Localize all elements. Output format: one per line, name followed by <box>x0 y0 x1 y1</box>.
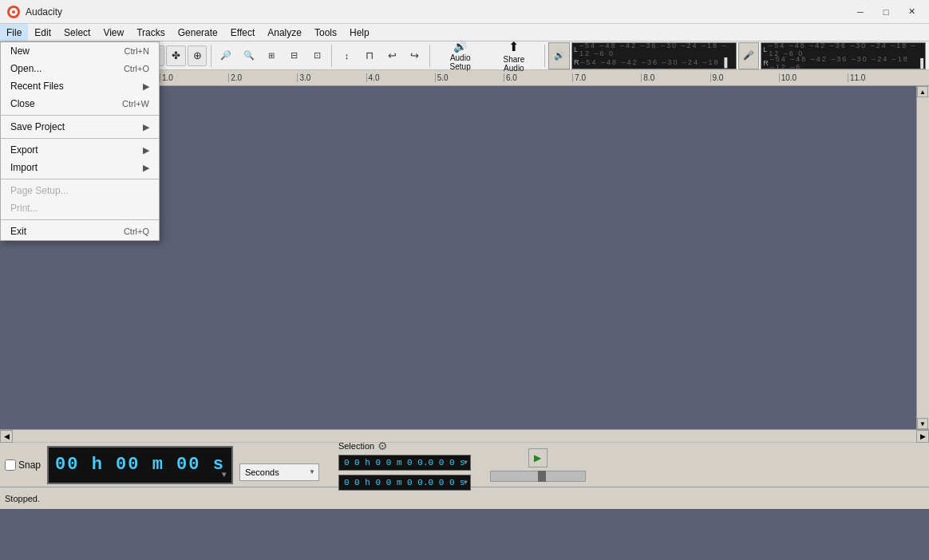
separator-3 <box>331 45 332 67</box>
menu-tools[interactable]: Tools <box>308 24 343 41</box>
zoom-out-button[interactable]: 🔍 <box>239 45 259 67</box>
snap-area: Snap <box>5 459 41 471</box>
separator-c <box>1 179 159 179</box>
time-value: 00 h 00 m 00 s <box>55 455 225 475</box>
window-controls: ─ □ ✕ <box>849 4 923 20</box>
menu-edit[interactable]: Edit <box>28 24 57 41</box>
separator-a <box>1 115 159 116</box>
title-text: Audacity <box>26 6 849 18</box>
time-display: 00 h 00 m 00 s <box>47 446 233 484</box>
file-menu: New Ctrl+N Open... Ctrl+O Recent Files ▶… <box>0 41 160 241</box>
play-at-speed-button[interactable]: ▶ <box>528 448 548 467</box>
audio-setup-button[interactable]: 🔊 Audio Setup <box>434 43 486 69</box>
minimize-button[interactable]: ─ <box>849 4 872 20</box>
zoom-full-button[interactable]: ⊡ <box>306 45 327 67</box>
menu-file[interactable]: File <box>0 24 28 41</box>
redo-button[interactable]: ↪ <box>405 45 425 67</box>
menu-recent-files[interactable]: Recent Files ▶ <box>1 77 159 95</box>
play-at-speed-section: ▶ <box>490 448 586 482</box>
snap-label: Snap <box>18 459 41 471</box>
menu-bar: File Edit Select View Tracks Generate Ef… <box>0 24 929 41</box>
zoom-in-button[interactable]: 🔎 <box>215 45 236 67</box>
selection-end-time: 0 0 h 0 0 m 0 0.0 0 0 s <box>338 475 471 491</box>
scroll-left-arrow[interactable]: ◀ <box>0 430 13 443</box>
menu-effect[interactable]: Effect <box>224 24 261 41</box>
vertical-scrollbar[interactable]: ▲ ▼ <box>916 86 929 429</box>
silence-button[interactable]: ⊓ <box>359 45 380 67</box>
menu-print: Print... <box>1 199 159 217</box>
title-bar: Audacity ─ □ ✕ <box>0 0 929 24</box>
zoom-selection-button[interactable]: ⊞ <box>261 45 282 67</box>
playback-meter: L –54 –48 –42 –36 –30 –24 –18 –12 –6 0 R… <box>571 42 737 69</box>
share-audio-label: Share Audio <box>493 55 534 73</box>
selection-settings-icon[interactable]: ⚙ <box>378 440 388 452</box>
zoom-fit-button[interactable]: ⊟ <box>284 45 305 67</box>
svg-point-2 <box>12 10 15 14</box>
share-audio-button[interactable]: ⬆ Share Audio <box>488 43 540 69</box>
menu-save-project[interactable]: Save Project ▶ <box>1 118 159 136</box>
bottom-toolbar: Snap 00 h 00 m 00 s Seconds Selection ⚙ … <box>0 442 929 487</box>
menu-analyze[interactable]: Analyze <box>261 24 308 41</box>
selection-start-time: 0 0 h 0 0 m 0 0.0 0 0 s <box>338 455 471 471</box>
share-icon: ⬆ <box>508 39 519 54</box>
menu-exit[interactable]: Exit Ctrl+Q <box>1 223 159 240</box>
dropdown-label: Seconds <box>245 467 279 477</box>
audio-setup-label: Audio Setup <box>440 53 480 71</box>
record-meter-button[interactable]: 🎤 <box>738 42 759 69</box>
separator-d <box>1 219 159 220</box>
selection-label: Selection <box>338 441 374 451</box>
record-meter: L –54 –48 –42 –36 –30 –24 –18 –12 –6 0 R… <box>761 42 926 69</box>
separator-5 <box>544 45 545 67</box>
separator-2 <box>211 45 211 67</box>
menu-select[interactable]: Select <box>57 24 97 41</box>
scroll-right-arrow[interactable]: ▶ <box>916 430 929 443</box>
menu-close[interactable]: Close Ctrl+W <box>1 95 159 112</box>
status-text: Stopped. <box>5 494 40 503</box>
zoom-tool-button[interactable]: ⊕ <box>188 45 208 66</box>
menu-tracks[interactable]: Tracks <box>130 24 172 41</box>
menu-generate[interactable]: Generate <box>172 24 224 41</box>
time-format-dropdown[interactable]: Seconds <box>239 463 319 481</box>
menu-import[interactable]: Import ▶ <box>1 159 159 176</box>
speed-thumb <box>538 471 546 482</box>
undo-button[interactable]: ↩ <box>381 45 402 67</box>
menu-new[interactable]: New Ctrl+N <box>1 42 159 60</box>
menu-view[interactable]: View <box>97 24 130 41</box>
app-icon <box>6 5 21 19</box>
menu-page-setup: Page Setup... <box>1 182 159 199</box>
speed-slider[interactable] <box>490 471 586 482</box>
multi-tool-button[interactable]: ✤ <box>166 45 186 66</box>
selection-section: Selection ⚙ 0 0 h 0 0 m 0 0.0 0 0 s 0 0 … <box>338 440 471 491</box>
close-button[interactable]: ✕ <box>900 4 923 20</box>
menu-open[interactable]: Open... Ctrl+O <box>1 60 159 77</box>
trim-button[interactable]: ↕ <box>336 45 357 67</box>
snap-checkbox[interactable] <box>5 459 16 471</box>
separator-b <box>1 138 159 139</box>
volume-icon: 🔊 <box>453 40 467 53</box>
separator-4 <box>429 45 430 67</box>
menu-help[interactable]: Help <box>343 24 376 41</box>
playback-meter-button[interactable]: 🔊 <box>548 42 569 69</box>
menu-export[interactable]: Export ▶ <box>1 141 159 159</box>
maximize-button[interactable]: □ <box>875 4 897 20</box>
